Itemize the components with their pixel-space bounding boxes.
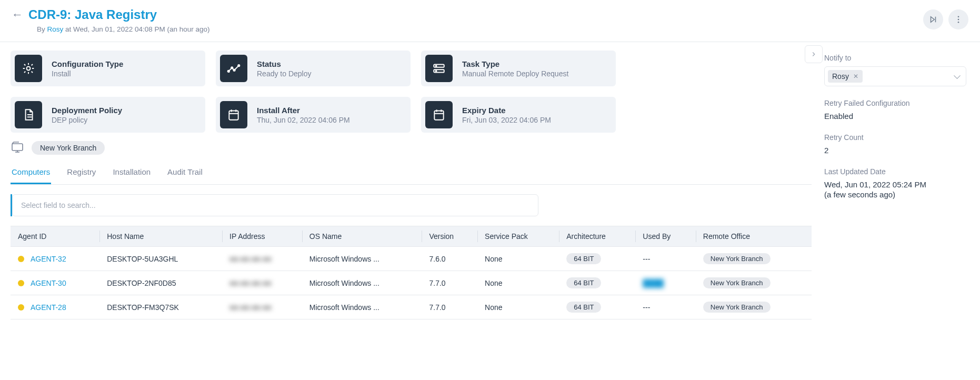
header-left: ← CDR-9: Java Registry By Rosy at Wed, J…	[12, 7, 210, 33]
byline-rest: at Wed, Jun 01, 2022 04:08 PM (an hour a…	[65, 25, 209, 33]
field-label: Retry Count	[824, 133, 966, 142]
notify-tag: Rosy ✕	[828, 70, 863, 83]
card-label: Expiry Date	[462, 106, 551, 115]
cell-ip: ■■.■■.■■.■■	[222, 247, 302, 271]
notify-select[interactable]: Rosy ✕	[824, 66, 966, 86]
tab-bar: Computers Registry Installation Audit Tr…	[11, 163, 812, 185]
col-agent-id[interactable]: Agent ID	[11, 226, 99, 247]
back-arrow-icon[interactable]: ←	[12, 9, 23, 21]
card-label: Task Type	[462, 59, 568, 68]
computers-table: Agent ID Host Name IP Address OS Name Ve…	[11, 226, 812, 319]
main-panel: Configuration Type Install Status Ready …	[0, 42, 822, 380]
card-value: Install	[52, 69, 123, 78]
col-used-by[interactable]: Used By	[635, 226, 695, 247]
cell-host: DESKTOP-5UA3GHL	[99, 247, 222, 271]
tab-installation[interactable]: Installation	[112, 163, 152, 184]
col-service-pack[interactable]: Service Pack	[477, 226, 559, 247]
field-value-ago: (a few seconds ago)	[824, 190, 966, 199]
field-value: Wed, Jun 01, 2022 05:24 PM	[824, 180, 966, 189]
col-host-name[interactable]: Host Name	[99, 226, 222, 247]
card-value: DEP policy	[52, 116, 122, 124]
calendar-icon	[425, 101, 453, 128]
col-ip-address[interactable]: IP Address	[222, 226, 302, 247]
cell-used-by: ---	[635, 247, 695, 271]
field-notify-to: Notify to Rosy ✕	[824, 54, 966, 86]
col-architecture[interactable]: Architecture	[559, 226, 635, 247]
card-value: Thu, Jun 02, 2022 04:06 PM	[257, 116, 350, 124]
cell-office: New York Branch	[696, 295, 812, 319]
svg-point-6	[228, 71, 229, 72]
cell-host: DESKTOP-2NF0D85	[99, 271, 222, 295]
col-remote-office[interactable]: Remote Office	[696, 226, 812, 247]
byline-label: By	[37, 25, 45, 33]
svg-rect-23	[434, 111, 443, 119]
remove-tag-icon[interactable]: ✕	[853, 73, 858, 79]
svg-rect-16	[229, 111, 238, 119]
svg-point-7	[231, 67, 233, 68]
tab-audit-trail[interactable]: Audit Trail	[166, 163, 204, 184]
agent-link[interactable]: AGENT-32	[31, 255, 66, 263]
table-row: AGENT-32DESKTOP-5UA3GHL■■.■■.■■.■■Micros…	[11, 247, 812, 271]
cell-arch: 64 BIT	[559, 271, 635, 295]
svg-point-2	[958, 16, 959, 17]
field-label: Retry Failed Configuration	[824, 99, 966, 107]
cell-used-by: ---	[635, 295, 695, 319]
cell-service-pack: None	[477, 247, 559, 271]
cell-host: DESKTOP-FM3Q7SK	[99, 295, 222, 319]
svg-point-9	[238, 65, 239, 66]
header-actions	[923, 9, 968, 29]
gear-icon	[15, 55, 42, 82]
page-title: CDR-9: Java Registry	[28, 7, 157, 22]
card-label: Status	[257, 59, 312, 68]
tab-registry[interactable]: Registry	[66, 163, 97, 184]
svg-rect-27	[12, 144, 23, 151]
card-configuration-type: Configuration Type Install	[11, 51, 205, 86]
byline-user[interactable]: Rosy	[47, 25, 64, 33]
tab-computers[interactable]: Computers	[11, 163, 51, 184]
notify-tag-label: Rosy	[832, 72, 849, 81]
stack-icon	[425, 55, 453, 82]
cell-service-pack: None	[477, 295, 559, 319]
field-value: 2	[824, 146, 966, 155]
status-dot-icon	[18, 256, 24, 262]
cell-version: 7.7.0	[422, 271, 477, 295]
info-card-grid: Configuration Type Install Status Ready …	[11, 51, 616, 133]
monitor-icon	[11, 142, 24, 155]
skip-next-button[interactable]	[923, 9, 943, 29]
svg-point-8	[233, 69, 235, 71]
trend-icon	[220, 55, 247, 82]
field-retry-count: Retry Count 2	[824, 133, 966, 155]
status-dot-icon	[18, 304, 24, 311]
field-last-updated: Last Updated Date Wed, Jun 01, 2022 05:2…	[824, 167, 966, 199]
cell-arch: 64 BIT	[559, 247, 635, 271]
cell-office: New York Branch	[696, 247, 812, 271]
agent-link[interactable]: AGENT-28	[31, 303, 66, 312]
card-expiry-date: Expiry Date Fri, Jun 03, 2022 04:06 PM	[421, 97, 616, 133]
field-retry-failed: Retry Failed Configuration Enabled	[824, 99, 966, 121]
cell-ip: ■■.■■.■■.■■	[222, 271, 302, 295]
search-input[interactable]	[12, 194, 538, 216]
cell-version: 7.7.0	[422, 295, 477, 319]
agent-link[interactable]: AGENT-30	[31, 279, 66, 287]
col-version[interactable]: Version	[422, 226, 477, 247]
card-status: Status Ready to Deploy	[216, 51, 411, 86]
more-menu-button[interactable]	[948, 9, 968, 29]
card-task-type: Task Type Manual Remote Deploy Request	[421, 51, 616, 86]
collapse-side-button[interactable]	[805, 45, 823, 63]
status-dot-icon	[18, 280, 24, 286]
card-value: Ready to Deploy	[257, 69, 312, 78]
card-value: Manual Remote Deploy Request	[462, 69, 568, 78]
cell-os: Microsoft Windows ...	[302, 271, 422, 295]
card-deployment-policy: Deployment Policy DEP policy	[11, 97, 205, 133]
cell-used-by: ████	[635, 271, 695, 295]
cell-arch: 64 BIT	[559, 295, 635, 319]
cell-ip: ■■.■■.■■.■■	[222, 295, 302, 319]
cell-os: Microsoft Windows ...	[302, 247, 422, 271]
table-row: AGENT-28DESKTOP-FM3Q7SK■■.■■.■■.■■Micros…	[11, 295, 812, 319]
cell-os: Microsoft Windows ...	[302, 295, 422, 319]
byline: By Rosy at Wed, Jun 01, 2022 04:08 PM (a…	[37, 25, 210, 33]
card-install-after: Install After Thu, Jun 02, 2022 04:06 PM	[216, 97, 411, 133]
scope-chip[interactable]: New York Branch	[32, 141, 105, 155]
field-label: Last Updated Date	[824, 167, 966, 176]
col-os-name[interactable]: OS Name	[302, 226, 422, 247]
